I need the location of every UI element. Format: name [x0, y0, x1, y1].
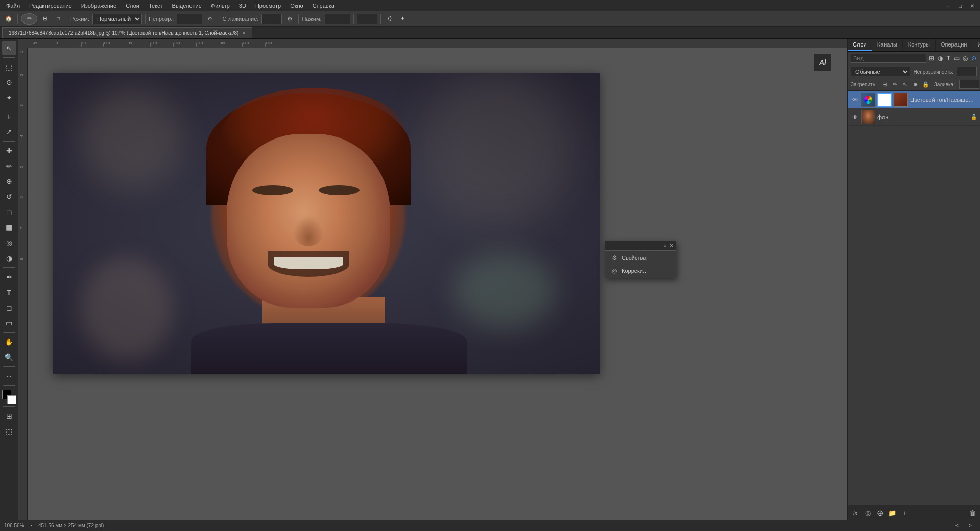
lock-position-btn[interactable]: ↖ [901, 80, 910, 88]
smooth-input[interactable]: 0% [261, 14, 282, 24]
clone-tool[interactable]: ⊕ [2, 174, 16, 189]
lock-transparent-btn[interactable]: ⊞ [881, 80, 889, 88]
layer-mode-select[interactable]: Обычные Умножение [851, 67, 910, 76]
mode-select[interactable]: Нормальный Умножение Осветление [92, 14, 142, 24]
layer-1-color-thumb [894, 93, 908, 107]
context-menu-item-properties[interactable]: ⚙ Свойства [605, 251, 676, 264]
marquee-tool[interactable]: ⬚ [2, 60, 16, 74]
layer-new-btn[interactable]: + [899, 507, 910, 518]
tab-history[interactable]: История [972, 39, 980, 51]
window-close[interactable]: ✕ [967, 0, 978, 11]
flow-label: Нажим: [302, 16, 321, 22]
lock-artboard-btn[interactable]: ⊕ [912, 80, 920, 88]
brush-settings-btn[interactable]: ⊞ [39, 13, 51, 25]
layer-opacity-input[interactable]: 100% [957, 67, 977, 76]
magic-wand-tool[interactable]: ✦ [2, 90, 16, 105]
menu-filter[interactable]: Фильтр [207, 2, 234, 10]
ruler-left-tick: 6 [19, 196, 24, 198]
context-menu-item-corrections[interactable]: ◎ Корреки... [605, 264, 676, 278]
airbrush-btn[interactable]: ✦ [397, 13, 409, 25]
menu-image[interactable]: Изображение [77, 2, 121, 10]
prev-btn[interactable]: < [951, 520, 963, 532]
layers-filter-type-adjustment[interactable]: ◑ [937, 54, 944, 63]
menu-layers[interactable]: Слои [122, 2, 144, 10]
eyedropper-tool[interactable]: ↗ [2, 125, 16, 139]
angle-input[interactable]: 0° [357, 14, 377, 24]
move-tool[interactable]: ↖ [2, 41, 16, 55]
menu-help[interactable]: Справка [308, 2, 339, 10]
layer-fx-btn[interactable]: fx [850, 507, 861, 518]
flow-input[interactable]: 100% [325, 14, 350, 24]
color-swatches[interactable] [2, 390, 16, 404]
layer-mask-btn[interactable]: ◎ [862, 507, 873, 518]
layers-filter-toggle[interactable]: ⊙ [971, 54, 977, 63]
tab-channels[interactable]: Каналы [872, 39, 903, 51]
lock-all-btn[interactable]: 🔒 [922, 80, 930, 88]
tab-close-btn[interactable]: ✕ [242, 30, 246, 36]
menu-view[interactable]: Просмотр [251, 2, 285, 10]
eraser-tool[interactable]: ◻ [2, 205, 16, 219]
layer-1-visibility-toggle[interactable]: 👁 [851, 96, 859, 104]
ruler-left: 1 2 3 4 5 6 7 8 [18, 48, 28, 520]
layer-fill-input[interactable]: 100% [959, 80, 979, 89]
brush-preset-btn[interactable]: ✏ [21, 13, 37, 25]
window-minimize[interactable]: ─ [942, 0, 953, 11]
canvas-document[interactable] [53, 73, 600, 374]
tab-paths[interactable]: Контуры [903, 39, 936, 51]
lock-paint-btn[interactable]: ✏ [891, 80, 899, 88]
layer-2-visibility-toggle[interactable]: 👁 [851, 113, 859, 121]
document-tab[interactable]: 16871d7684c8478caa1c172fa2bf418b.jpg @ 1… [2, 27, 252, 38]
healing-tool[interactable]: ✚ [2, 144, 16, 158]
layer-adjustment-btn[interactable]: ⊕ [874, 507, 886, 518]
pressure-opacity-toggle[interactable]: ⊙ [204, 13, 216, 25]
layer-delete-btn[interactable]: 🗑 [967, 507, 978, 518]
gradient-tool[interactable]: ▦ [2, 220, 16, 235]
ai-badge-text: Al [819, 58, 826, 66]
opacity-input[interactable]: 100% [177, 14, 202, 24]
hand-tool[interactable]: ✋ [2, 335, 16, 349]
layer-item-background[interactable]: 👁 фон 🔒 [848, 108, 980, 126]
menu-window[interactable]: Окно [286, 2, 307, 10]
context-menu-expand[interactable]: » [662, 242, 669, 249]
brush-tool[interactable]: ✏ [2, 159, 16, 173]
smooth-settings[interactable]: ⚙ [284, 13, 295, 25]
home-btn[interactable]: 🏠 [3, 13, 14, 25]
layers-filter-type-smart[interactable]: ◎ [962, 54, 969, 63]
layers-filter-type-text[interactable]: T [945, 54, 952, 63]
tab-layers[interactable]: Слои [848, 39, 872, 51]
crop-tool[interactable]: ⌗ [2, 109, 16, 124]
history-brush[interactable]: ↺ [2, 190, 16, 204]
menu-edit[interactable]: Редактирование [25, 2, 76, 10]
shape-tool[interactable]: ▭ [2, 316, 16, 330]
layers-search-input[interactable] [851, 54, 926, 63]
eye-right [319, 185, 360, 195]
lasso-tool[interactable]: ⊙ [2, 75, 16, 89]
layers-filter-type-pixel[interactable]: ⊞ [928, 54, 935, 63]
symmetry-btn[interactable]: ⟨⟩ [384, 13, 395, 25]
tool-separator-3 [3, 141, 15, 142]
tab-actions[interactable]: Операции [936, 39, 972, 51]
layer-group-btn[interactable]: 📁 [887, 507, 898, 518]
menu-file[interactable]: Файл [2, 2, 24, 10]
layer-item-hue-saturation[interactable]: 👁 Цветовой тон/Насыщенность 1 [848, 91, 980, 108]
window-maximize[interactable]: □ [954, 0, 966, 11]
context-menu-close[interactable]: ✕ [669, 243, 674, 249]
brush-toggle[interactable]: □ [53, 13, 64, 25]
menu-3d[interactable]: 3D [235, 2, 250, 10]
context-menu-item-corrections-label: Корреки... [622, 268, 648, 274]
mask-mode-btn[interactable]: ⊞ [2, 409, 16, 423]
dodge-tool[interactable]: ◑ [2, 251, 16, 265]
menu-text[interactable]: Текст [145, 2, 167, 10]
blur-tool[interactable]: ◎ [2, 236, 16, 250]
background-color[interactable] [7, 395, 16, 404]
layers-filter-type-shape[interactable]: ▭ [954, 54, 961, 63]
screen-mode-btn[interactable]: ⬚ [2, 424, 16, 438]
extra-tools[interactable]: ··· [2, 369, 16, 383]
path-tool[interactable]: ◻ [2, 301, 16, 315]
type-tool[interactable]: T [2, 285, 16, 299]
pen-tool[interactable]: ✒ [2, 270, 16, 284]
zoom-tool[interactable]: 🔍 [2, 350, 16, 364]
hue-sat-thumb-icon [864, 96, 872, 104]
next-btn[interactable]: > [965, 520, 976, 532]
menu-selection[interactable]: Выделение [168, 2, 206, 10]
